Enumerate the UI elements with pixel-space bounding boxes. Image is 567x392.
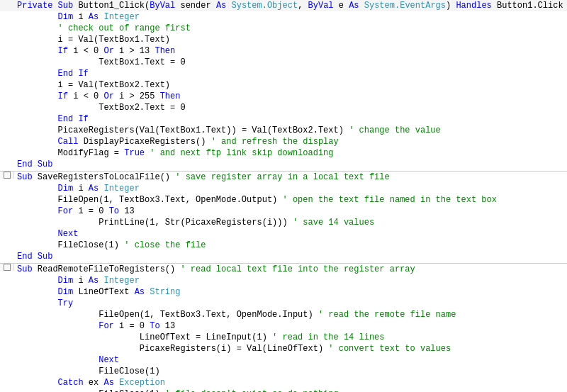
code-token-plain: ))) (272, 218, 293, 228)
code-token-cm: ' read in the 14 lines (272, 332, 384, 342)
code-token-id: TextBox2.Text (99, 103, 170, 113)
code-token-id: LineOfText (140, 332, 196, 342)
line-code: Sub SaveRegistersToLocalFile() ' save re… (14, 172, 567, 183)
code-token-kw: Dim (58, 276, 79, 286)
code-token-id: FileOpen (58, 195, 99, 205)
code-line: FileClose(1) (0, 366, 567, 377)
line-code: Try (14, 298, 567, 309)
code-token-kw: ByVal (150, 1, 180, 11)
code-token-cm: ' close the file (124, 240, 206, 250)
code-token-plain: (1, (140, 310, 160, 320)
code-token-plain: ) (339, 125, 349, 135)
line-code: FileClose(1) ' close the file (14, 240, 567, 251)
code-token-type: Integer (103, 12, 139, 22)
line-code: End Sub (14, 251, 567, 262)
code-token-cm: ' and refresh the display (211, 137, 339, 147)
code-token-plain: = 0 (170, 103, 186, 113)
code-token-kw: Or (103, 91, 119, 101)
code-line: Call DisplayPicaxeRegisters() ' and refr… (0, 136, 567, 147)
code-token-kw: As (89, 276, 104, 286)
code-token-id: ex (89, 378, 104, 388)
code-token-id: Val (78, 80, 94, 90)
code-token-plain: ) (308, 310, 318, 320)
code-token-plain: () (165, 264, 181, 274)
line-code: ' check out of range first (14, 23, 567, 34)
code-token-cm: ' and next ftp link skip downloading (150, 148, 333, 158)
code-token-kw: ByVal (308, 1, 339, 11)
code-token-id: PicaxeRegisters (186, 218, 262, 228)
code-token-plain: (1) (103, 240, 124, 250)
line-code: End If (14, 113, 567, 125)
line-code: i = Val(TextBox1.Text) (14, 34, 567, 45)
code-token-kw: If (58, 91, 74, 101)
line-code: LineOfText = LineInput(1) ' read in the … (14, 332, 567, 343)
line-code: Next (14, 354, 567, 366)
code-token-id: ModifyFlag (58, 148, 114, 158)
code-line: FileOpen(1, TextBox3.Text, OpenMode.Outp… (0, 194, 567, 206)
code-token-id: i (78, 276, 88, 286)
code-token-plain: ) (272, 195, 282, 205)
line-code: FileClose(1) (14, 366, 567, 377)
code-token-kw: True (124, 148, 150, 158)
code-line: Next (0, 354, 567, 366)
code-token-id: ReadRemoteFileToRegisters (38, 264, 165, 274)
code-token-id: TextBox3.Text (160, 310, 227, 320)
code-token-kw: As (349, 1, 364, 11)
code-token-kw: As (216, 1, 232, 11)
line-code: End If (14, 68, 567, 79)
code-token-id: TextBox2.Text (272, 125, 339, 135)
line-code: End Sub (14, 159, 567, 170)
code-token-cm: ' file doesn't exist so do nothing (165, 389, 339, 392)
code-token-plain: ) (318, 344, 328, 354)
code-token-id: sender (180, 1, 215, 11)
code-line: Dim i As Integer (0, 183, 567, 194)
code-token-id: i (119, 91, 129, 101)
code-token-kw: To (109, 206, 125, 216)
code-token-plain: , (298, 1, 308, 11)
code-token-plain: ( (180, 218, 185, 228)
code-token-id: i (119, 321, 129, 331)
line-code: PicaxeRegisters(Val(TextBox1.Text)) = Va… (14, 125, 567, 136)
code-line: i = Val(TextBox2.Text) (0, 79, 567, 91)
code-token-plain: (1, (145, 218, 165, 228)
code-line: End If (0, 113, 567, 125)
code-token-id: i (267, 218, 272, 228)
code-token-id: TextBox1.Text (99, 35, 165, 45)
code-token-id: DisplayPicaxeRegisters (84, 137, 196, 147)
code-token-plain: () (160, 172, 176, 182)
code-token-kw: As (135, 287, 150, 297)
code-token-kw: Catch (58, 378, 89, 388)
code-token-plain: , (186, 195, 196, 205)
code-token-plain: ( (216, 344, 221, 354)
line-code: Dim i As Integer (14, 11, 567, 23)
code-token-kw: End If (58, 114, 89, 124)
code-token-kw: End Sub (17, 159, 52, 169)
code-line: ModifyFlag = True ' and next ftp link sk… (0, 147, 567, 159)
code-token-plain: ( (262, 218, 267, 228)
line-code: For i = 0 To 13 (14, 320, 567, 332)
line-code: Next (14, 228, 567, 240)
code-token-kw: Next (58, 229, 79, 239)
code-line: Catch ex As Exception (0, 377, 567, 388)
code-line: PicaxeRegisters(Val(TextBox1.Text)) = Va… (0, 125, 567, 136)
gutter-marker[interactable] (0, 264, 14, 271)
code-line: Next (0, 228, 567, 240)
code-token-plain: 13 (165, 321, 175, 331)
code-token-id: FileClose (99, 366, 145, 376)
code-token-plain: < 0 (84, 91, 104, 101)
gutter-marker[interactable] (0, 172, 14, 179)
code-token-id: PicaxeRegisters (140, 344, 216, 354)
code-line: LineOfText = LineInput(1) ' read in the … (0, 332, 567, 343)
code-token-kw: To (150, 321, 165, 331)
code-line: Private Sub Button1_Click(ByVal sender A… (0, 0, 567, 11)
code-editor[interactable]: Private Sub Button1_Click(ByVal sender A… (0, 0, 567, 392)
code-token-kw: Then (155, 46, 175, 56)
code-token-plain: ) = (226, 344, 247, 354)
code-token-cm: ' convert text to values (328, 344, 451, 354)
line-code: Sub ReadRemoteFileToRegisters() ' read l… (14, 264, 567, 275)
code-token-plain: 13 (124, 206, 134, 216)
line-code: i = Val(TextBox2.Text) (14, 79, 567, 91)
code-token-id: LineInput (206, 332, 252, 342)
code-token-plain: ) (165, 80, 170, 90)
code-token-cm: ' read the remote file name (318, 310, 456, 320)
